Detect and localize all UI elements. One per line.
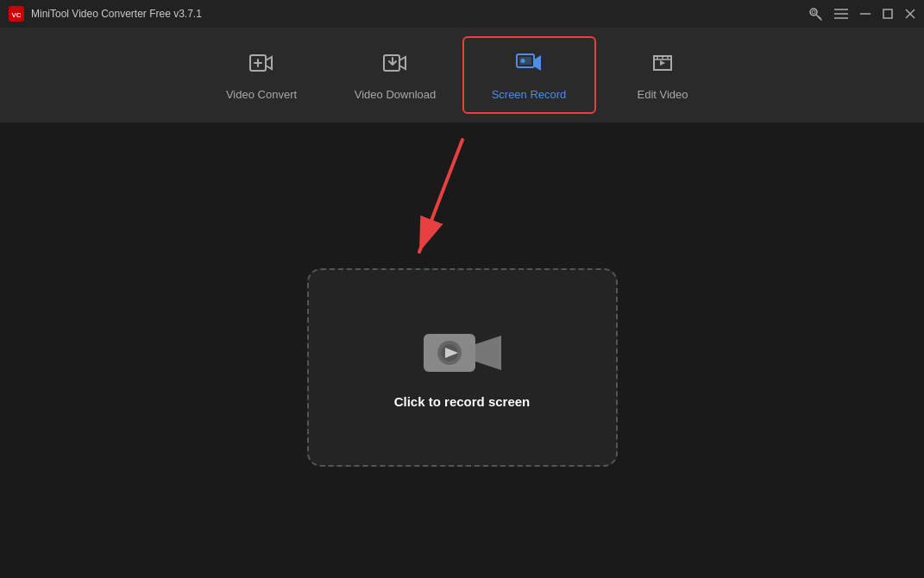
key-icon[interactable] (808, 7, 822, 21)
tab-video-convert[interactable]: Video Convert (195, 36, 329, 114)
main-content: Click to record screen (0, 123, 924, 578)
video-convert-icon (248, 49, 275, 81)
title-bar: VC MiniTool Video Converter Free v3.7.1 (0, 0, 924, 28)
close-button[interactable] (905, 9, 915, 19)
record-area[interactable]: Click to record screen (307, 268, 618, 467)
edit-video-icon (649, 49, 676, 81)
title-bar-left: VC MiniTool Video Converter Free v3.7.1 (9, 6, 202, 22)
app-logo: VC (9, 6, 24, 22)
svg-line-24 (419, 140, 462, 252)
app-title: MiniTool Video Converter Free v3.7.1 (31, 8, 202, 20)
svg-point-4 (812, 10, 815, 14)
tab-video-download-label: Video Download (355, 88, 436, 101)
tab-screen-record-label: Screen Record (492, 88, 567, 101)
svg-text:VC: VC (11, 11, 21, 19)
nav-bar: Video Convert Video Download Screen Reco… (0, 28, 924, 123)
tab-screen-record[interactable]: Screen Record (462, 36, 596, 114)
camera-icon-wrap (424, 327, 501, 379)
svg-rect-11 (883, 9, 892, 18)
camera-icon (424, 327, 501, 379)
menu-icon[interactable] (834, 9, 848, 19)
screen-record-icon (515, 49, 543, 81)
tab-video-download[interactable]: Video Download (329, 36, 462, 114)
tab-edit-video[interactable]: Edit Video (596, 36, 730, 114)
arrow-indicator (393, 131, 497, 269)
restore-button[interactable] (883, 9, 893, 19)
minimize-button[interactable] (860, 9, 871, 19)
record-label: Click to record screen (394, 394, 531, 409)
video-download-icon (381, 49, 409, 81)
tab-edit-video-label: Edit Video (637, 88, 688, 101)
title-bar-controls (808, 7, 915, 21)
tab-video-convert-label: Video Convert (226, 88, 297, 101)
svg-point-18 (521, 59, 525, 63)
